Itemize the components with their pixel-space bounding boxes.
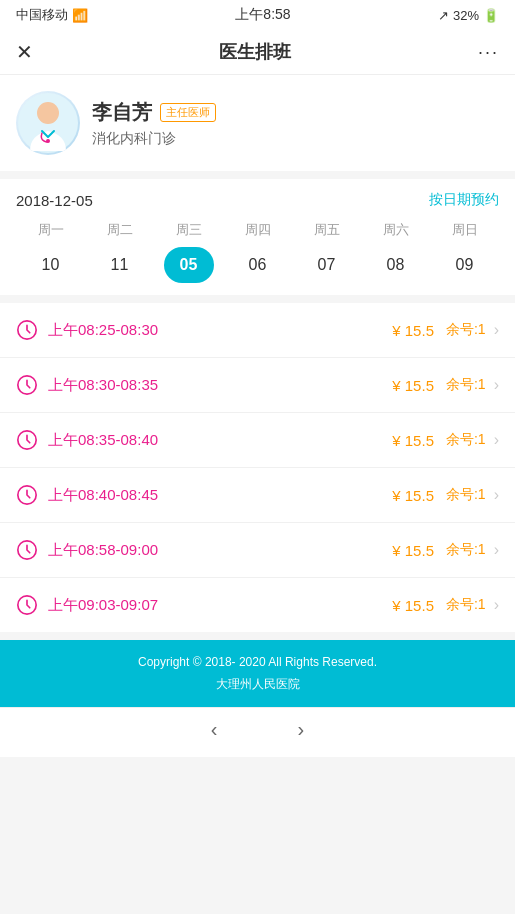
- schedule-price: ¥ 15.5: [392, 487, 434, 504]
- battery-text: 32%: [453, 8, 479, 23]
- schedule-time: 上午08:35-08:40: [48, 431, 392, 450]
- date-header: 2018-12-05 按日期预约: [16, 191, 499, 209]
- weekday-6: 周日: [440, 221, 490, 239]
- weekday-1: 周二: [95, 221, 145, 239]
- weekday-5: 周六: [371, 221, 421, 239]
- clock-icon: [16, 374, 38, 396]
- date-item-0[interactable]: 10: [26, 247, 76, 283]
- doctor-info: 李自芳 主任医师 消化内科门诊: [92, 99, 499, 148]
- schedule-price: ¥ 15.5: [392, 432, 434, 449]
- chevron-right-icon: ›: [494, 486, 499, 504]
- clock-icon: [16, 484, 38, 506]
- footer-hospital: 大理州人民医院: [16, 674, 499, 696]
- date-item-2[interactable]: 05: [164, 247, 214, 283]
- date-item-4[interactable]: 07: [302, 247, 352, 283]
- nav-forward-button[interactable]: ›: [298, 718, 305, 741]
- page-title: 医生排班: [219, 40, 291, 64]
- clock-icon: [16, 594, 38, 616]
- weekday-4: 周五: [302, 221, 352, 239]
- doctor-department: 消化内科门诊: [92, 130, 499, 148]
- schedule-item-3[interactable]: 上午08:40-08:45 ¥ 15.5 余号:1 ›: [0, 468, 515, 523]
- schedule-remain: 余号:1: [446, 486, 486, 504]
- doctor-name-row: 李自芳 主任医师: [92, 99, 499, 126]
- schedule-time: 上午08:30-08:35: [48, 376, 392, 395]
- chevron-right-icon: ›: [494, 596, 499, 614]
- date-item-5[interactable]: 08: [371, 247, 421, 283]
- date-item-6[interactable]: 09: [440, 247, 490, 283]
- clock-icon: [16, 319, 38, 341]
- current-date: 2018-12-05: [16, 192, 93, 209]
- status-left: 中国移动 📶: [16, 6, 88, 24]
- weekday-0: 周一: [26, 221, 76, 239]
- schedule-remain: 余号:1: [446, 321, 486, 339]
- schedule-item-5[interactable]: 上午09:03-09:07 ¥ 15.5 余号:1 ›: [0, 578, 515, 632]
- schedule-item-0[interactable]: 上午08:25-08:30 ¥ 15.5 余号:1 ›: [0, 303, 515, 358]
- more-button[interactable]: ···: [478, 42, 499, 63]
- date-link-button[interactable]: 按日期预约: [429, 191, 499, 209]
- schedule-time: 上午08:25-08:30: [48, 321, 392, 340]
- chevron-right-icon: ›: [494, 376, 499, 394]
- weekday-2: 周三: [164, 221, 214, 239]
- schedule-item-4[interactable]: 上午08:58-09:00 ¥ 15.5 余号:1 ›: [0, 523, 515, 578]
- doctor-section: 李自芳 主任医师 消化内科门诊: [0, 75, 515, 171]
- schedule-time: 上午09:03-09:07: [48, 596, 392, 615]
- svg-point-1: [37, 102, 59, 124]
- battery-icon: 🔋: [483, 8, 499, 23]
- schedule-remain: 余号:1: [446, 541, 486, 559]
- schedule-price: ¥ 15.5: [392, 542, 434, 559]
- wifi-icon: 📶: [72, 8, 88, 23]
- svg-point-2: [46, 139, 50, 143]
- schedule-price: ¥ 15.5: [392, 597, 434, 614]
- schedule-item-2[interactable]: 上午08:35-08:40 ¥ 15.5 余号:1 ›: [0, 413, 515, 468]
- footer: Copyright © 2018- 2020 All Rights Reserv…: [0, 640, 515, 707]
- schedule-price: ¥ 15.5: [392, 377, 434, 394]
- schedule-remain: 余号:1: [446, 596, 486, 614]
- schedule-remain: 余号:1: [446, 431, 486, 449]
- status-bar: 中国移动 📶 上午8:58 ↗ 32% 🔋: [0, 0, 515, 30]
- clock-icon: [16, 429, 38, 451]
- date-section: 2018-12-05 按日期预约 周一 周二 周三 周四 周五 周六 周日 10…: [0, 179, 515, 295]
- week-row: 周一 周二 周三 周四 周五 周六 周日: [16, 221, 499, 247]
- avatar: [16, 91, 80, 155]
- date-item-3[interactable]: 06: [233, 247, 283, 283]
- location-icon: ↗: [438, 8, 449, 23]
- schedule-time: 上午08:58-09:00: [48, 541, 392, 560]
- clock-icon: [16, 539, 38, 561]
- bottom-nav: ‹ ›: [0, 707, 515, 757]
- schedule-list: 上午08:25-08:30 ¥ 15.5 余号:1 › 上午08:30-08:3…: [0, 303, 515, 632]
- chevron-right-icon: ›: [494, 541, 499, 559]
- doctor-name: 李自芳: [92, 99, 152, 126]
- chevron-right-icon: ›: [494, 431, 499, 449]
- nav-back-button[interactable]: ‹: [211, 718, 218, 741]
- schedule-time: 上午08:40-08:45: [48, 486, 392, 505]
- carrier-text: 中国移动: [16, 6, 68, 24]
- status-right: ↗ 32% 🔋: [438, 8, 499, 23]
- schedule-item-1[interactable]: 上午08:30-08:35 ¥ 15.5 余号:1 ›: [0, 358, 515, 413]
- status-time: 上午8:58: [235, 6, 290, 24]
- date-row: 10 11 05 06 07 08 09: [16, 247, 499, 295]
- header: ✕ 医生排班 ···: [0, 30, 515, 75]
- weekday-3: 周四: [233, 221, 283, 239]
- schedule-price: ¥ 15.5: [392, 322, 434, 339]
- chevron-right-icon: ›: [494, 321, 499, 339]
- close-button[interactable]: ✕: [16, 40, 33, 64]
- doctor-title-badge: 主任医师: [160, 103, 216, 122]
- schedule-remain: 余号:1: [446, 376, 486, 394]
- footer-copyright: Copyright © 2018- 2020 All Rights Reserv…: [16, 652, 499, 674]
- date-item-1[interactable]: 11: [95, 247, 145, 283]
